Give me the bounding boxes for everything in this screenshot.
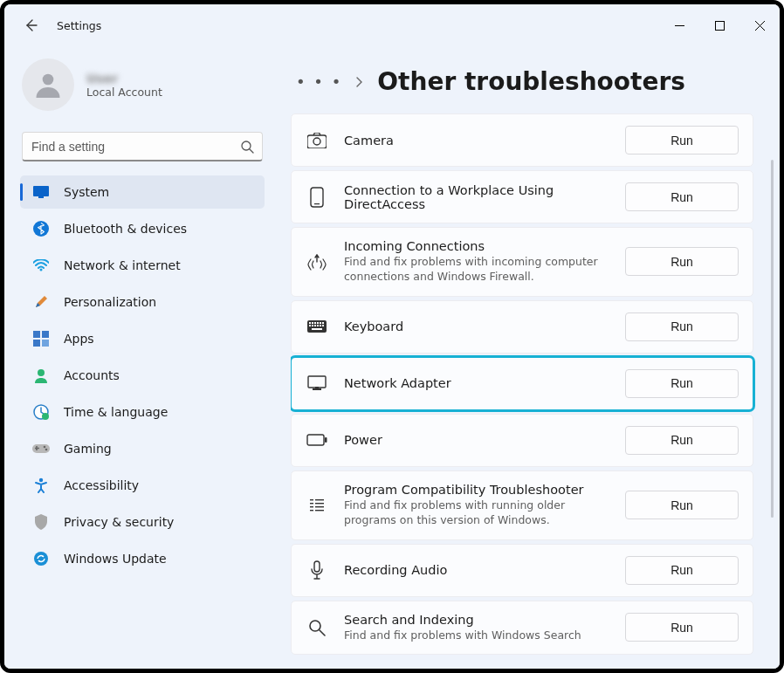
sidebar-item-time-language[interactable]: Time & language [20, 395, 265, 429]
svg-rect-4 [38, 196, 44, 198]
sidebar-item-privacy[interactable]: Privacy & security [20, 505, 265, 539]
svg-point-2 [242, 141, 251, 150]
sidebar-item-network[interactable]: Network & internet [20, 249, 265, 282]
gamepad-icon [32, 440, 50, 457]
run-button[interactable]: Run [625, 312, 739, 341]
minimize-button[interactable] [659, 11, 699, 39]
svg-point-17 [39, 478, 43, 482]
svg-rect-25 [312, 322, 313, 324]
svg-rect-8 [42, 331, 49, 338]
run-button[interactable]: Run [625, 426, 739, 455]
sidebar-item-apps[interactable]: Apps [20, 322, 265, 355]
svg-rect-32 [314, 325, 316, 326]
svg-rect-40 [307, 435, 324, 445]
brush-icon [32, 293, 50, 311]
svg-rect-22 [314, 203, 320, 204]
run-button[interactable]: Run [625, 613, 739, 642]
user-block[interactable]: User Local Account [17, 53, 268, 123]
svg-point-11 [38, 369, 45, 376]
svg-rect-0 [715, 21, 724, 30]
sidebar-item-label: Bluetooth & devices [64, 222, 187, 236]
svg-rect-43 [310, 503, 313, 504]
svg-rect-24 [309, 322, 311, 324]
troubleshooter-row: Camera Run [291, 113, 753, 167]
troubleshooter-title: Network Adapter [344, 376, 609, 390]
svg-rect-46 [315, 499, 324, 500]
svg-rect-44 [310, 506, 313, 507]
update-icon [32, 550, 50, 567]
user-sub: Local Account [86, 86, 162, 99]
sidebar-item-label: Gaming [64, 442, 112, 456]
page-title: Other troubleshooters [377, 67, 685, 96]
troubleshooter-icon [306, 616, 328, 639]
troubleshooter-row: Search and Indexing Find and fix problem… [291, 601, 753, 656]
sidebar-item-accounts[interactable]: Accounts [20, 359, 265, 392]
sidebar-item-label: Accessibility [64, 478, 139, 492]
svg-point-15 [44, 446, 46, 449]
run-button[interactable]: Run [625, 369, 739, 398]
troubleshooter-icon [306, 559, 328, 581]
close-button[interactable] [739, 11, 780, 39]
troubleshooter-title: Camera [344, 134, 609, 148]
svg-rect-28 [320, 322, 321, 324]
sidebar-item-label: Time & language [64, 405, 168, 419]
troubleshooter-row: Incoming Connections Find and fix proble… [291, 227, 753, 297]
svg-point-51 [310, 621, 320, 631]
sidebar-item-bluetooth[interactable]: Bluetooth & devices [20, 212, 265, 245]
run-button[interactable]: Run [625, 182, 739, 211]
svg-rect-27 [317, 322, 319, 324]
svg-rect-10 [42, 340, 49, 347]
svg-rect-36 [312, 328, 322, 330]
svg-point-13 [42, 413, 49, 420]
sidebar-item-system[interactable]: System [20, 175, 265, 209]
troubleshooter-icon [306, 372, 328, 395]
back-button[interactable] [17, 11, 45, 39]
troubleshooter-icon [306, 429, 328, 451]
svg-rect-45 [310, 510, 313, 511]
svg-point-6 [40, 269, 43, 271]
troubleshooter-title: Recording Audio [344, 563, 609, 577]
sidebar-item-label: Accounts [64, 368, 120, 382]
search-icon [240, 140, 254, 154]
troubleshooter-icon [306, 494, 328, 517]
scrollbar[interactable] [771, 160, 774, 518]
svg-rect-33 [317, 325, 319, 326]
svg-rect-9 [33, 340, 40, 347]
clock-globe-icon [32, 403, 50, 421]
maximize-button[interactable] [699, 11, 739, 39]
window-title: Settings [57, 19, 101, 32]
svg-rect-41 [325, 437, 327, 443]
search-input[interactable] [22, 132, 263, 161]
run-button[interactable]: Run [625, 247, 739, 276]
apps-icon [32, 330, 50, 347]
svg-point-16 [45, 449, 48, 451]
shield-icon [32, 513, 50, 531]
sidebar-item-personalization[interactable]: Personalization [20, 285, 265, 319]
troubleshooter-row: Power Run [291, 414, 753, 467]
svg-rect-42 [310, 499, 313, 500]
sidebar-item-update[interactable]: Windows Update [20, 542, 265, 575]
svg-rect-39 [315, 387, 319, 389]
svg-rect-35 [322, 325, 324, 326]
troubleshooter-title: Search and Indexing [344, 613, 609, 627]
sidebar-item-label: System [64, 185, 109, 199]
sidebar-item-accessibility[interactable]: Accessibility [20, 469, 265, 502]
system-icon [32, 183, 50, 201]
run-button[interactable]: Run [625, 126, 739, 155]
svg-rect-49 [315, 510, 324, 511]
troubleshooter-row: Program Compatibility Troubleshooter Fin… [291, 470, 753, 540]
svg-rect-7 [33, 331, 40, 338]
breadcrumb-more[interactable]: • • • [296, 72, 342, 91]
run-button[interactable]: Run [625, 491, 739, 519]
troubleshooter-desc: Find and fix problems with incoming comp… [344, 255, 609, 285]
svg-rect-3 [33, 186, 49, 196]
sidebar-item-label: Privacy & security [64, 515, 174, 529]
troubleshooter-title: Program Compatibility Troubleshooter [344, 483, 609, 497]
accessibility-icon [32, 477, 50, 494]
svg-point-18 [34, 552, 48, 566]
run-button[interactable]: Run [625, 556, 739, 585]
troubleshooter-icon [306, 315, 328, 338]
sidebar-item-gaming[interactable]: Gaming [20, 432, 265, 465]
svg-rect-47 [315, 503, 324, 504]
svg-rect-37 [308, 376, 326, 388]
